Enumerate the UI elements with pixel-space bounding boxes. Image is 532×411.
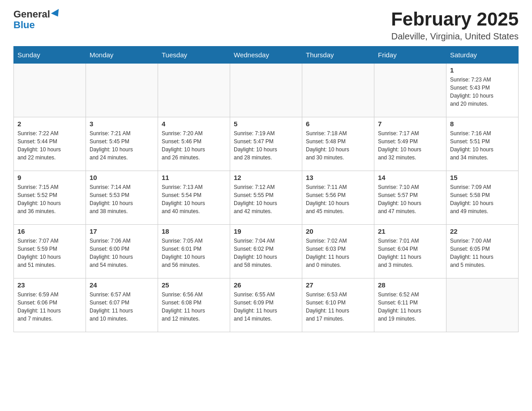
calendar-cell: 8Sunrise: 7:16 AMSunset: 5:51 PMDaylight… (446, 117, 519, 171)
day-info: Sunrise: 7:21 AMSunset: 5:45 PMDaylight:… (90, 129, 154, 162)
calendar-header: Sunday Monday Tuesday Wednesday Thursday… (14, 47, 519, 64)
day-number: 6 (306, 120, 370, 128)
calendar-cell: 13Sunrise: 7:11 AMSunset: 5:56 PMDayligh… (302, 171, 374, 225)
calendar-cell: 23Sunrise: 6:59 AMSunset: 6:06 PMDayligh… (14, 278, 86, 332)
calendar-cell: 26Sunrise: 6:55 AMSunset: 6:09 PMDayligh… (230, 278, 302, 332)
day-number: 12 (234, 174, 298, 181)
header-thursday: Thursday (302, 47, 374, 64)
header-wednesday: Wednesday (230, 47, 302, 64)
day-number: 3 (90, 120, 154, 128)
day-info: Sunrise: 7:16 AMSunset: 5:51 PMDaylight:… (450, 129, 515, 162)
day-info: Sunrise: 7:22 AMSunset: 5:44 PMDaylight:… (17, 129, 82, 162)
day-info: Sunrise: 7:12 AMSunset: 5:55 PMDaylight:… (234, 183, 298, 215)
day-number: 22 (450, 227, 515, 235)
day-info: Sunrise: 7:19 AMSunset: 5:47 PMDaylight:… (234, 129, 298, 162)
day-number: 10 (90, 174, 154, 181)
day-info: Sunrise: 6:55 AMSunset: 6:09 PMDaylight:… (234, 291, 298, 323)
calendar-cell: 28Sunrise: 6:52 AMSunset: 6:11 PMDayligh… (374, 278, 446, 332)
day-info: Sunrise: 6:52 AMSunset: 6:11 PMDaylight:… (378, 291, 442, 323)
calendar-subtitle: Daleville, Virginia, United States (391, 31, 519, 42)
day-info: Sunrise: 7:23 AMSunset: 5:43 PMDaylight:… (450, 76, 515, 108)
day-number: 9 (17, 174, 82, 181)
day-number: 8 (450, 120, 515, 128)
day-number: 1 (450, 66, 515, 74)
day-info: Sunrise: 6:59 AMSunset: 6:06 PMDaylight:… (17, 291, 82, 323)
calendar-cell: 9Sunrise: 7:15 AMSunset: 5:52 PMDaylight… (14, 171, 86, 225)
logo-triangle-icon (51, 9, 62, 19)
calendar-cell: 22Sunrise: 7:00 AMSunset: 6:05 PMDayligh… (446, 225, 519, 278)
calendar-cell: 4Sunrise: 7:20 AMSunset: 5:46 PMDaylight… (158, 117, 230, 171)
calendar-cell (86, 64, 158, 117)
day-number: 17 (90, 227, 154, 235)
header-monday: Monday (86, 47, 158, 64)
day-number: 4 (162, 120, 226, 128)
day-info: Sunrise: 7:05 AMSunset: 6:01 PMDaylight:… (162, 237, 226, 269)
calendar-cell: 7Sunrise: 7:17 AMSunset: 5:49 PMDaylight… (374, 117, 446, 171)
calendar-cell: 16Sunrise: 7:07 AMSunset: 5:59 PMDayligh… (14, 225, 86, 278)
calendar-cell: 24Sunrise: 6:57 AMSunset: 6:07 PMDayligh… (86, 278, 158, 332)
day-info: Sunrise: 7:04 AMSunset: 6:02 PMDaylight:… (234, 237, 298, 269)
day-info: Sunrise: 7:17 AMSunset: 5:49 PMDaylight:… (378, 129, 442, 162)
calendar-cell: 10Sunrise: 7:14 AMSunset: 5:53 PMDayligh… (86, 171, 158, 225)
calendar-cell: 5Sunrise: 7:19 AMSunset: 5:47 PMDaylight… (230, 117, 302, 171)
calendar-table: Sunday Monday Tuesday Wednesday Thursday… (13, 46, 519, 332)
day-info: Sunrise: 7:07 AMSunset: 5:59 PMDaylight:… (17, 237, 82, 269)
day-number: 15 (450, 174, 515, 181)
day-info: Sunrise: 7:11 AMSunset: 5:56 PMDaylight:… (306, 183, 370, 215)
page-header: General Blue February 2025 Daleville, Vi… (13, 9, 519, 42)
calendar-cell (302, 64, 374, 117)
calendar-cell: 14Sunrise: 7:10 AMSunset: 5:57 PMDayligh… (374, 171, 446, 225)
calendar-cell: 11Sunrise: 7:13 AMSunset: 5:54 PMDayligh… (158, 171, 230, 225)
week-row-4: 23Sunrise: 6:59 AMSunset: 6:06 PMDayligh… (14, 278, 519, 332)
day-info: Sunrise: 7:10 AMSunset: 5:57 PMDaylight:… (378, 183, 442, 215)
calendar-cell: 19Sunrise: 7:04 AMSunset: 6:02 PMDayligh… (230, 225, 302, 278)
day-number: 27 (306, 281, 370, 289)
day-number: 24 (90, 281, 154, 289)
day-number: 16 (17, 227, 82, 235)
calendar-cell (374, 64, 446, 117)
day-number: 14 (378, 174, 442, 181)
day-info: Sunrise: 6:53 AMSunset: 6:10 PMDaylight:… (306, 291, 370, 323)
week-row-2: 9Sunrise: 7:15 AMSunset: 5:52 PMDaylight… (14, 171, 519, 225)
calendar-cell: 25Sunrise: 6:56 AMSunset: 6:08 PMDayligh… (158, 278, 230, 332)
calendar-cell: 12Sunrise: 7:12 AMSunset: 5:55 PMDayligh… (230, 171, 302, 225)
calendar-cell: 6Sunrise: 7:18 AMSunset: 5:48 PMDaylight… (302, 117, 374, 171)
day-info: Sunrise: 6:56 AMSunset: 6:08 PMDaylight:… (162, 291, 226, 323)
calendar-cell: 3Sunrise: 7:21 AMSunset: 5:45 PMDaylight… (86, 117, 158, 171)
calendar-title: February 2025 (391, 9, 519, 30)
day-info: Sunrise: 7:01 AMSunset: 6:04 PMDaylight:… (378, 237, 442, 269)
calendar-cell: 15Sunrise: 7:09 AMSunset: 5:58 PMDayligh… (446, 171, 519, 225)
day-info: Sunrise: 7:09 AMSunset: 5:58 PMDaylight:… (450, 183, 515, 215)
day-number: 11 (162, 174, 226, 181)
calendar-cell: 18Sunrise: 7:05 AMSunset: 6:01 PMDayligh… (158, 225, 230, 278)
calendar-cell: 1Sunrise: 7:23 AMSunset: 5:43 PMDaylight… (446, 64, 519, 117)
logo-general-text: General (13, 9, 50, 20)
day-info: Sunrise: 7:14 AMSunset: 5:53 PMDaylight:… (90, 183, 154, 215)
day-info: Sunrise: 7:20 AMSunset: 5:46 PMDaylight:… (162, 129, 226, 162)
calendar-cell: 2Sunrise: 7:22 AMSunset: 5:44 PMDaylight… (14, 117, 86, 171)
calendar-cell (230, 64, 302, 117)
day-number: 19 (234, 227, 298, 235)
day-info: Sunrise: 7:06 AMSunset: 6:00 PMDaylight:… (90, 237, 154, 269)
day-number: 5 (234, 120, 298, 128)
calendar-cell: 17Sunrise: 7:06 AMSunset: 6:00 PMDayligh… (86, 225, 158, 278)
calendar-cell: 27Sunrise: 6:53 AMSunset: 6:10 PMDayligh… (302, 278, 374, 332)
day-info: Sunrise: 7:00 AMSunset: 6:05 PMDaylight:… (450, 237, 515, 269)
day-info: Sunrise: 7:13 AMSunset: 5:54 PMDaylight:… (162, 183, 226, 215)
day-number: 21 (378, 227, 442, 235)
day-info: Sunrise: 7:02 AMSunset: 6:03 PMDaylight:… (306, 237, 370, 269)
header-saturday: Saturday (446, 47, 519, 64)
week-row-3: 16Sunrise: 7:07 AMSunset: 5:59 PMDayligh… (14, 225, 519, 278)
day-number: 26 (234, 281, 298, 289)
logo-blue-text: Blue (13, 19, 35, 30)
day-number: 23 (17, 281, 82, 289)
calendar-body: 1Sunrise: 7:23 AMSunset: 5:43 PMDaylight… (14, 64, 519, 332)
day-info: Sunrise: 7:18 AMSunset: 5:48 PMDaylight:… (306, 129, 370, 162)
day-headers-row: Sunday Monday Tuesday Wednesday Thursday… (14, 47, 519, 64)
day-number: 18 (162, 227, 226, 235)
calendar-cell: 21Sunrise: 7:01 AMSunset: 6:04 PMDayligh… (374, 225, 446, 278)
calendar-cell: 20Sunrise: 7:02 AMSunset: 6:03 PMDayligh… (302, 225, 374, 278)
header-sunday: Sunday (14, 47, 86, 64)
day-number: 2 (17, 120, 82, 128)
day-number: 7 (378, 120, 442, 128)
